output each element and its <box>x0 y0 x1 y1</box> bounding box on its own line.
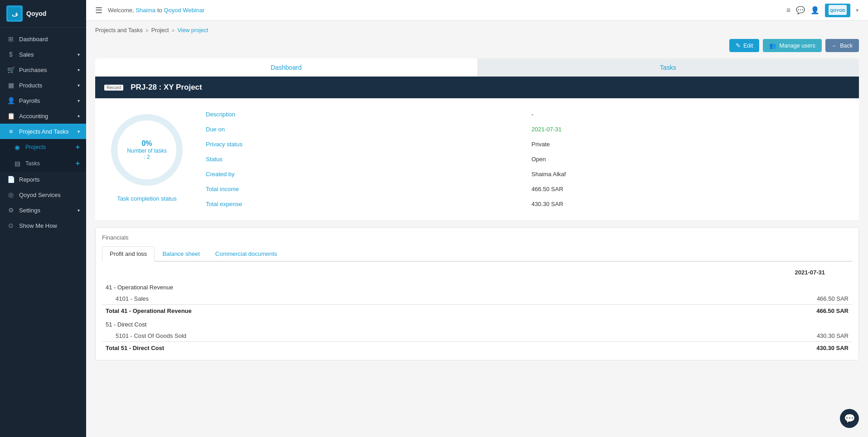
table-row: Total 51 - Direct Cost 430.30 SAR <box>102 342 852 354</box>
fin-tab-balance-sheet[interactable]: Balance sheet <box>155 246 207 262</box>
fin-date-header: 2021-07-31 <box>102 269 852 276</box>
tab-dashboard[interactable]: Dashboard <box>95 58 477 77</box>
sidebar-item-label: Show Me How <box>19 222 57 229</box>
sidebar: ف Qoyod ⊞ Dashboard $ Sales ▾ 🛒 Purchase… <box>0 0 86 437</box>
settings-icon: ⚙ <box>6 206 15 214</box>
topbar-right: ≡ 💬 👤 QOYOD ▾ <box>786 4 859 17</box>
welcome-text: Welcome, Shaima to Qoyod Webinar <box>108 7 204 14</box>
breadcrumb-project[interactable]: Project <box>151 27 169 34</box>
fin-item-name: 5101 - Cost Of Goods Sold <box>102 330 594 342</box>
chat-icon[interactable]: 💬 <box>796 6 805 14</box>
financials-tabs: Profit and loss Balance sheet Commercial… <box>102 246 852 262</box>
sidebar-logo: ف Qoyod <box>0 0 86 28</box>
edit-button[interactable]: ✎ Edit <box>729 39 760 52</box>
sidebar-item-accounting[interactable]: 📋 Accounting ▾ <box>0 108 86 124</box>
created-by-value: Shaima Alkaf <box>532 169 849 179</box>
sidebar-item-tasks[interactable]: ▤ Tasks + <box>0 155 86 172</box>
privacy-status-value: Private <box>532 139 849 149</box>
table-row: 4101 - Sales 466.50 SAR <box>102 293 852 305</box>
sidebar-item-label: Sales <box>19 51 34 58</box>
brand-badge: QOYOD <box>825 4 850 17</box>
section-total-label: Total 41 - Operational Revenue <box>102 305 594 317</box>
fin-item-name: 4101 - Sales <box>102 293 594 305</box>
project-header: Record PRJ-28 : XY Project <box>95 77 859 98</box>
username-link[interactable]: Shaima <box>136 7 155 14</box>
section-total-amount: 430.30 SAR <box>594 342 852 354</box>
breadcrumb-projects-and-tasks[interactable]: Projects and Tasks <box>95 27 143 34</box>
sidebar-item-payrolls[interactable]: 👤 Payrolls ▾ <box>0 93 86 108</box>
projects-tasks-icon: ≡ <box>6 128 15 135</box>
privacy-status-label: Privacy status <box>206 139 523 149</box>
manage-users-button[interactable]: 👥 Manage users <box>763 39 821 52</box>
section-header-label: 41 - Operational Revenue <box>102 279 594 293</box>
hamburger-icon[interactable]: ☰ <box>95 5 102 15</box>
sidebar-item-label: Purchases <box>19 67 47 73</box>
sidebar-item-projects[interactable]: ◉ Projects + <box>0 139 86 155</box>
chat-widget[interactable]: 💬 <box>840 409 859 428</box>
purchases-icon: 🛒 <box>6 66 15 73</box>
fin-tab-commercial-docs[interactable]: Commercial documents <box>208 246 285 262</box>
dropdown-icon[interactable]: ▾ <box>856 7 859 14</box>
total-expense-value: 430.30 SAR <box>532 199 849 209</box>
sidebar-item-products[interactable]: ▦ Products ▾ <box>0 77 86 93</box>
tasks-icon: ▤ <box>13 160 22 167</box>
description-value: - <box>532 109 849 120</box>
table-row: Total 41 - Operational Revenue 466.50 SA… <box>102 305 852 317</box>
project-info: Description - Due on 2021-07-31 Privacy … <box>206 109 848 209</box>
add-project-icon[interactable]: + <box>76 143 80 151</box>
show-me-icon: ⊙ <box>6 222 15 229</box>
add-task-icon[interactable]: + <box>76 159 80 168</box>
sidebar-item-purchases[interactable]: 🛒 Purchases ▾ <box>0 62 86 77</box>
dashboard-body: 0% Number of tasks : 2 Task completion s… <box>95 98 859 220</box>
svg-text:ف: ف <box>12 11 18 18</box>
donut-tasks-label: Number of tasks : 2 <box>126 148 167 160</box>
sidebar-item-show-me-how[interactable]: ⊙ Show Me How <box>0 218 86 233</box>
sidebar-item-label: Tasks <box>25 160 40 167</box>
total-income-label: Total income <box>206 184 523 194</box>
section-header-amount <box>594 279 852 293</box>
user-icon[interactable]: 👤 <box>810 6 820 14</box>
appname-link[interactable]: Qoyod Webinar <box>164 7 204 14</box>
tab-tasks[interactable]: Tasks <box>477 58 859 77</box>
due-on-label: Due on <box>206 124 523 134</box>
payrolls-icon: 👤 <box>6 97 15 104</box>
logo-text: Qoyod <box>26 10 46 17</box>
sidebar-item-sales[interactable]: $ Sales ▾ <box>0 47 86 62</box>
manage-users-icon: 👥 <box>769 42 776 49</box>
back-button[interactable]: ← Back <box>825 39 859 52</box>
sidebar-item-dashboard[interactable]: ⊞ Dashboard <box>0 31 86 47</box>
projects-icon: ◉ <box>13 144 22 151</box>
record-badge: Record <box>104 85 123 91</box>
nav-sub-projects: ◉ Projects + ▤ Tasks + <box>0 139 86 172</box>
sales-icon: $ <box>6 51 15 58</box>
breadcrumb-sep-1: » <box>145 27 149 34</box>
chevron-icon: ▾ <box>78 67 80 72</box>
edit-icon: ✎ <box>736 42 741 49</box>
breadcrumb: Projects and Tasks » Project » View proj… <box>95 27 859 34</box>
sidebar-item-reports[interactable]: 📄 Reports <box>0 172 86 187</box>
fin-tab-profit-loss[interactable]: Profit and loss <box>102 246 155 262</box>
donut-center: 0% Number of tasks : 2 <box>126 139 167 160</box>
sidebar-item-projects-and-tasks[interactable]: ≡ Projects And Tasks ▾ <box>0 124 86 139</box>
products-icon: ▦ <box>6 82 15 89</box>
section-total-amount: 466.50 SAR <box>594 305 852 317</box>
chart-section: 0% Number of tasks : 2 Task completion s… <box>106 109 188 209</box>
sidebar-item-label: Projects <box>25 144 46 150</box>
donut-percentage: 0% <box>126 139 167 148</box>
sidebar-item-qoyod-services[interactable]: ◎ Qoyod Services <box>0 187 86 202</box>
table-row: 5101 - Cost Of Goods Sold 430.30 SAR <box>102 330 852 342</box>
sidebar-item-label: Accounting <box>19 113 48 120</box>
sidebar-item-label: Reports <box>19 176 40 183</box>
chevron-icon: ▾ <box>78 129 80 134</box>
sidebar-item-label: Dashboard <box>19 36 48 43</box>
sidebar-item-settings[interactable]: ⚙ Settings ▾ <box>0 202 86 218</box>
svg-text:QOYOD: QOYOD <box>830 8 845 13</box>
project-title: PRJ-28 : XY Project <box>131 83 202 92</box>
fin-item-amount: 466.50 SAR <box>594 293 852 305</box>
list-icon[interactable]: ≡ <box>786 6 790 14</box>
total-income-value: 466.50 SAR <box>532 184 849 194</box>
table-row: 41 - Operational Revenue <box>102 279 852 293</box>
breadcrumb-sep-2: » <box>172 27 175 34</box>
breadcrumb-current: View project <box>178 27 209 34</box>
section-total-label: Total 51 - Direct Cost <box>102 342 594 354</box>
